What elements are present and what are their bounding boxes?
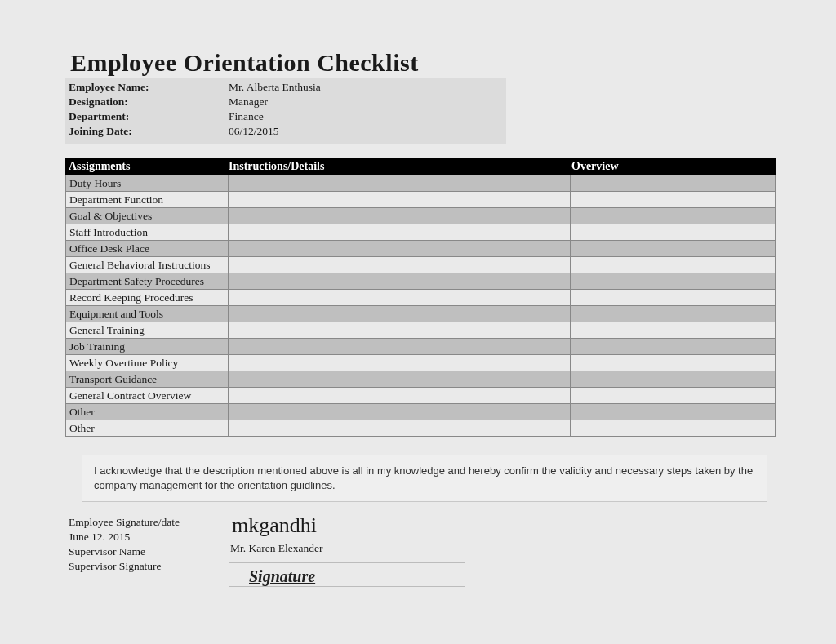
header-instructions: Instructions/Details [229, 158, 571, 175]
cell-overview [571, 420, 775, 436]
cell-assignment: Staff Introduction [66, 224, 229, 240]
table-row: Department Safety Procedures [65, 273, 776, 290]
cell-overview [571, 192, 775, 207]
cell-instructions [229, 273, 571, 289]
cell-overview [571, 322, 775, 338]
table-row: General Contract Overview [65, 388, 776, 404]
info-label: Employee Name: [65, 80, 229, 95]
cell-overview [571, 257, 775, 273]
cell-assignment: Goal & Objectives [66, 208, 229, 224]
cell-instructions [229, 224, 571, 240]
supervisor-name-value: Mr. Karen Elexander [229, 541, 777, 556]
header-assignments: Assignments [65, 158, 229, 175]
info-value: Manager [229, 95, 268, 109]
table-row: Weekly Overtime Policy [65, 355, 776, 371]
table-row: Staff Introduction [65, 224, 776, 241]
cell-overview [571, 273, 775, 289]
table-row: General Behavioral Instructions [65, 257, 776, 273]
cell-instructions [229, 371, 571, 387]
cell-instructions [229, 208, 571, 224]
info-row: Joining Date:06/12/2015 [65, 124, 506, 139]
table-row: Other [65, 404, 776, 420]
table-row: Job Training [65, 339, 776, 355]
cell-overview [571, 290, 775, 305]
info-row: Department:Finance [65, 109, 506, 124]
cell-overview [571, 404, 775, 420]
employee-info-block: Employee Name:Mr. Alberta EnthusiaDesign… [65, 78, 506, 144]
cell-overview [571, 371, 775, 387]
table-row: Duty Hours [65, 175, 776, 192]
cell-assignment: Equipment and Tools [66, 306, 229, 322]
table-row: General Training [65, 322, 776, 339]
header-overview: Overview [571, 158, 776, 175]
cell-overview [571, 224, 775, 240]
table-row: Transport Guidance [65, 371, 776, 388]
employee-signature-label: Employee Signature/date [69, 515, 229, 530]
info-row: Employee Name:Mr. Alberta Enthusia [65, 80, 506, 95]
table-header-row: Assignments Instructions/Details Overvie… [65, 158, 776, 175]
cell-instructions [229, 241, 571, 256]
cell-assignment: Department Function [66, 192, 229, 207]
info-value: 06/12/2015 [229, 124, 279, 139]
cell-instructions [229, 420, 571, 436]
supervisor-signature-label: Supervisor Signature [69, 559, 229, 574]
cell-assignment: Department Safety Procedures [66, 273, 229, 289]
table-row: Other [65, 420, 776, 437]
cell-instructions [229, 290, 571, 305]
cell-overview [571, 208, 775, 224]
cell-assignment: Record Keeping Procedures [66, 290, 229, 305]
cell-instructions [229, 355, 571, 371]
cell-assignment: Office Desk Place [66, 241, 229, 256]
table-row: Equipment and Tools [65, 306, 776, 322]
supervisor-signature-placeholder: Signature [238, 567, 315, 586]
info-value: Mr. Alberta Enthusia [229, 80, 321, 95]
cell-instructions [229, 322, 571, 338]
checklist-table: Assignments Instructions/Details Overvie… [65, 158, 776, 437]
supervisor-signature-box: Signature [229, 562, 465, 587]
info-label: Designation: [65, 95, 229, 109]
cell-overview [571, 175, 775, 191]
cell-assignment: General Behavioral Instructions [66, 257, 229, 273]
cell-overview [571, 339, 775, 354]
cell-assignment: Transport Guidance [66, 371, 229, 387]
cell-assignment: Other [66, 404, 229, 420]
info-label: Department: [65, 109, 229, 124]
cell-instructions [229, 192, 571, 207]
cell-assignment: Duty Hours [66, 175, 229, 191]
cell-instructions [229, 388, 571, 403]
supervisor-name-label: Supervisor Name [69, 544, 229, 559]
table-row: Record Keeping Procedures [65, 290, 776, 306]
cell-assignment: Other [66, 420, 229, 436]
cell-instructions [229, 404, 571, 420]
info-label: Joining Date: [65, 124, 229, 139]
table-row: Department Function [65, 192, 776, 208]
cell-assignment: Job Training [66, 339, 229, 354]
cell-assignment: General Contract Overview [66, 388, 229, 403]
employee-signature-handwriting: mkgandhi [229, 515, 777, 536]
employee-signature-date: June 12. 2015 [69, 530, 229, 544]
cell-instructions [229, 257, 571, 273]
cell-instructions [229, 175, 571, 191]
cell-overview [571, 306, 775, 322]
cell-instructions [229, 306, 571, 322]
signature-block: Employee Signature/date June 12. 2015 Su… [65, 515, 777, 587]
cell-assignment: Weekly Overtime Policy [66, 355, 229, 371]
cell-overview [571, 355, 775, 371]
info-row: Designation:Manager [65, 95, 506, 109]
table-row: Goal & Objectives [65, 208, 776, 224]
cell-overview [571, 241, 775, 256]
cell-assignment: General Training [66, 322, 229, 338]
acknowledgement-text: I acknowledge that the description menti… [82, 455, 767, 502]
info-value: Finance [229, 109, 264, 124]
page-title: Employee Orientation Checklist [65, 49, 777, 77]
cell-overview [571, 388, 775, 403]
table-row: Office Desk Place [65, 241, 776, 257]
cell-instructions [229, 339, 571, 354]
